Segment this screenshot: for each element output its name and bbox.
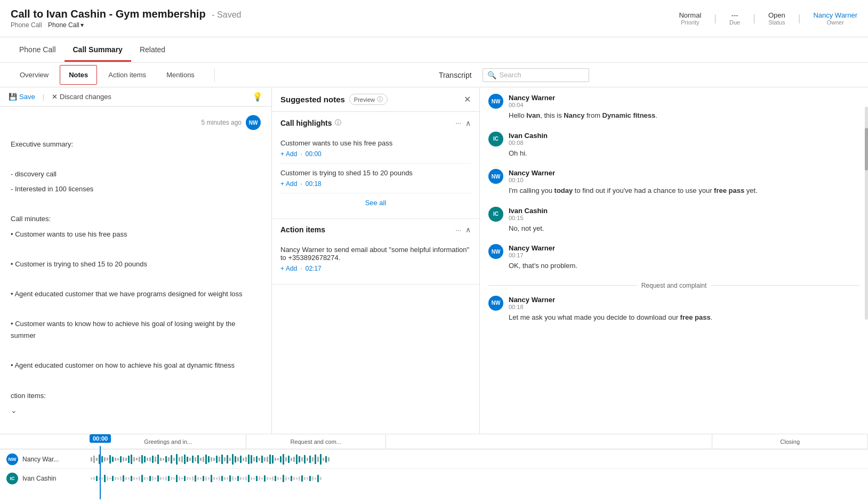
section-title-row: Action items ··· ∧ bbox=[280, 225, 471, 234]
priority-meta: Normal Priority bbox=[679, 11, 701, 26]
collapse-icon[interactable]: ∧ bbox=[465, 119, 471, 127]
highlight-item: Customer is trying to shed 15 to 20 poun… bbox=[280, 164, 471, 193]
speaker-name: Nancy Warner bbox=[509, 169, 555, 177]
message-time: 00:08 bbox=[509, 140, 859, 146]
sub-tabs-row: Overview Notes Action items Mentions Tra… bbox=[0, 63, 868, 87]
tab-call-summary[interactable]: Call Summary bbox=[65, 39, 131, 62]
avatar: NW bbox=[246, 115, 261, 130]
tab-action-items[interactable]: Action items bbox=[99, 65, 155, 85]
transcript-panel: NW Nancy Warner 00:04 Hello Ivan, this i… bbox=[480, 87, 868, 434]
message-text: No, not yet. bbox=[509, 223, 859, 234]
chevron-down-icon: ⌄ bbox=[11, 406, 17, 415]
search-icon: 🔍 bbox=[487, 71, 496, 79]
suggested-title: Suggested notes bbox=[280, 95, 345, 104]
action-items-section: Action items ··· ∧ Nancy Warner to send … bbox=[272, 219, 479, 285]
highlight-text: Customer wants to use his free pass bbox=[280, 139, 471, 147]
message-time: 00:18 bbox=[509, 304, 859, 310]
timeline-row-ic: IC Ivan Cashin bbox=[0, 468, 868, 488]
collapse-icon[interactable]: ∧ bbox=[465, 225, 471, 234]
info-icon: ⓘ bbox=[335, 118, 341, 127]
tab-notes[interactable]: Notes bbox=[60, 65, 97, 85]
notes-text: Executive summary: - discovery call - In… bbox=[11, 139, 261, 402]
tab-related[interactable]: Related bbox=[131, 39, 174, 62]
message-block: NW Nancy Warner 00:10 I'm calling you to… bbox=[488, 169, 859, 196]
section-label: Closing bbox=[712, 434, 868, 449]
plus-icon: + bbox=[280, 265, 284, 272]
subtitle-dropdown[interactable]: Phone Call ▾ bbox=[48, 21, 84, 29]
search-placeholder: Search bbox=[500, 71, 521, 79]
tab-phone-call[interactable]: Phone Call bbox=[11, 39, 65, 62]
notes-content[interactable]: 5 minutes ago NW Executive summary: - di… bbox=[0, 107, 271, 434]
section-label bbox=[386, 434, 712, 449]
app-header: Call to Ivan Cashin - Gym membership - S… bbox=[0, 0, 868, 37]
avatar: NW bbox=[488, 244, 503, 259]
tab-overview[interactable]: Overview bbox=[11, 65, 58, 85]
message-time: 00:17 bbox=[509, 252, 859, 258]
transcript-messages[interactable]: NW Nancy Warner 00:04 Hello Ivan, this i… bbox=[480, 87, 868, 434]
plus-icon: + bbox=[280, 150, 284, 158]
main-columns: 💾 Save | ✕ Discard changes 💡 5 minutes a… bbox=[0, 87, 868, 434]
message-text: Hello Ivan, this is Nancy from Dynamic f… bbox=[509, 110, 859, 121]
highlight-item: Customer wants to use his free pass + Ad… bbox=[280, 134, 471, 164]
message-block: NW Nancy Warner 00:04 Hello Ivan, this i… bbox=[488, 94, 859, 121]
save-icon: 💾 bbox=[9, 93, 17, 101]
waveform-ic[interactable] bbox=[91, 472, 868, 485]
add-button[interactable]: + Add bbox=[280, 265, 297, 272]
message-block: IC Ivan Cashin 00:15 No, not yet. bbox=[488, 207, 859, 234]
timeline-sections: Greetings and in... Request and com... C… bbox=[0, 434, 868, 449]
section-menu[interactable]: ··· ∧ bbox=[455, 225, 471, 234]
section-divider: Request and complaint bbox=[488, 282, 859, 289]
highlight-actions: + Add · 02:17 bbox=[280, 265, 471, 272]
transcript-header-area: Transcript 🔍 Search bbox=[214, 68, 868, 82]
time-link[interactable]: 00:00 bbox=[306, 150, 322, 158]
notes-timestamp: 5 minutes ago NW bbox=[11, 115, 261, 130]
close-button[interactable]: ✕ bbox=[464, 94, 471, 104]
section-label: Greetings and in... bbox=[91, 434, 246, 449]
section-label: Request and com... bbox=[246, 434, 386, 449]
save-button[interactable]: 💾 Save bbox=[9, 93, 35, 101]
see-all-button[interactable]: See all bbox=[280, 193, 471, 212]
speaker-name: Nancy Warner bbox=[509, 94, 555, 102]
message-info: Nancy Warner 00:10 I'm calling you today… bbox=[509, 169, 859, 196]
section-menu[interactable]: ··· ∧ bbox=[455, 119, 471, 127]
transcript-search-box[interactable]: 🔍 Search bbox=[483, 68, 589, 82]
speaker-name: Nancy Warner bbox=[509, 296, 555, 304]
waveform-nw[interactable] bbox=[91, 453, 868, 466]
ellipsis-icon: ··· bbox=[455, 119, 461, 127]
message-info: Ivan Cashin 00:08 Oh hi. bbox=[509, 132, 859, 159]
bulb-icon[interactable]: 💡 bbox=[252, 92, 263, 101]
header-subtitle: Phone Call · Phone Call ▾ bbox=[11, 21, 679, 29]
time-link[interactable]: 00:18 bbox=[306, 180, 322, 188]
timeline-bar: 00:00 Greetings and in... Request and co… bbox=[0, 434, 868, 503]
timeline-row-nw: NW Nancy War... bbox=[0, 449, 868, 468]
call-highlights-section: Call highlights ⓘ ··· ∧ Customer wants t… bbox=[272, 112, 479, 219]
tab-mentions[interactable]: Mentions bbox=[157, 65, 204, 85]
add-button[interactable]: + Add bbox=[280, 150, 297, 158]
divider-label: Request and complaint bbox=[641, 282, 707, 289]
message-text: Let me ask you what made you decide to d… bbox=[509, 312, 859, 323]
ellipsis-icon: ··· bbox=[455, 226, 461, 234]
discard-button[interactable]: ✕ Discard changes bbox=[52, 93, 111, 101]
preview-badge: Preview ⓘ bbox=[349, 94, 388, 105]
collapse-button[interactable]: ⌄ bbox=[11, 406, 261, 415]
timeline-cursor[interactable]: 00:00 bbox=[90, 434, 111, 443]
message-block: NW Nancy Warner 00:18 Let me ask you wha… bbox=[488, 296, 859, 323]
section-title: Call highlights bbox=[280, 119, 332, 127]
highlight-text: Customer is trying to shed 15 to 20 poun… bbox=[280, 169, 471, 177]
avatar: NW bbox=[488, 94, 503, 109]
header-meta: Normal Priority | --- Due | Open Status … bbox=[679, 11, 857, 26]
page-title: Call to Ivan Cashin - Gym membership - S… bbox=[11, 8, 679, 20]
notes-toolbar: 💾 Save | ✕ Discard changes 💡 bbox=[0, 87, 271, 107]
highlight-actions: + Add · 00:00 bbox=[280, 150, 471, 158]
message-text: Oh hi. bbox=[509, 148, 859, 159]
highlight-actions: + Add · 00:18 bbox=[280, 180, 471, 188]
time-link[interactable]: 02:17 bbox=[306, 265, 322, 272]
message-time: 00:04 bbox=[509, 102, 859, 108]
add-button[interactable]: + Add bbox=[280, 180, 297, 188]
notes-panel: 💾 Save | ✕ Discard changes 💡 5 minutes a… bbox=[0, 87, 272, 434]
message-info: Nancy Warner 00:17 OK, that's no problem… bbox=[509, 244, 859, 271]
owner-meta: Nancy Warner Owner bbox=[813, 11, 857, 26]
message-time: 00:10 bbox=[509, 177, 859, 183]
transcript-label: Transcript bbox=[439, 71, 472, 79]
avatar: IC bbox=[488, 207, 503, 222]
